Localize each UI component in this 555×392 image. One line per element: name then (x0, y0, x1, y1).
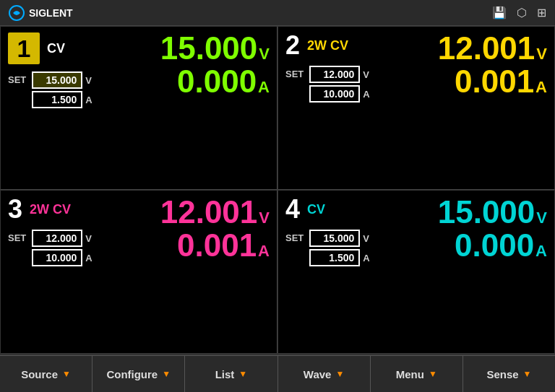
ch2-set-voltage[interactable]: 12.000 (309, 66, 360, 83)
ch4-mode: CV (307, 203, 325, 216)
menu-arrow-icon: ▼ (429, 369, 437, 379)
source-arrow-icon: ▼ (62, 369, 71, 379)
ch4-readout-area: 15.000 V 0.000 A (438, 196, 547, 261)
ch3-current-unit-readout: A (258, 243, 270, 259)
ch2-number: 2 (285, 32, 300, 58)
ch4-number: 4 (285, 196, 300, 222)
logo-area: SIGLENT (9, 5, 73, 21)
ch4-voltage-unit-readout: V (536, 210, 547, 226)
ch3-number: 3 (8, 196, 22, 222)
ch1-set-current[interactable]: 1.500 (32, 91, 82, 108)
ch3-current-value: 0.001 (177, 230, 257, 261)
ch1-set-inputs: 15.000 V 1.500 A (32, 71, 92, 108)
ch1-current-unit-readout: A (258, 79, 270, 95)
list-button[interactable]: List ▼ (185, 356, 278, 392)
ch1-set-voltage[interactable]: 15.000 (32, 71, 82, 89)
ch2-voltage-value: 12.001 (438, 32, 535, 64)
ch4-set-label: SET (285, 232, 304, 243)
wave-button[interactable]: Wave ▼ (278, 356, 371, 392)
ch2-current-readout-row: 0.001 A (455, 66, 547, 97)
ch4-current-unit: A (363, 253, 369, 263)
ch4-voltage-readout-row: 15.000 V (438, 196, 547, 228)
main-content: 1 CV SET 15.000 V 1.500 A 15.000 V (0, 26, 555, 355)
toolbar: Source ▼ Configure ▼ List ▼ Wave ▼ Menu … (0, 355, 555, 392)
ch4-current-value: 0.000 (455, 230, 534, 261)
source-button[interactable]: Source ▼ (0, 356, 92, 392)
ch2-mode: 2W CV (307, 39, 348, 52)
ch3-current-unit: A (85, 253, 92, 263)
ch3-voltage-unit-readout: V (259, 210, 270, 226)
ch2-current-field: 10.000 A (309, 85, 369, 103)
ch3-set-label: SET (8, 232, 26, 243)
ch4-set-current[interactable]: 1.500 (309, 249, 360, 266)
menu-label: Menu (396, 368, 424, 380)
ch3-voltage-value: 12.001 (160, 196, 258, 228)
sense-button[interactable]: Sense ▼ (463, 356, 555, 392)
ch2-set-current[interactable]: 10.000 (309, 85, 360, 103)
siglent-logo-icon (9, 5, 25, 21)
ch2-set-label: SET (285, 69, 304, 79)
channel-1-panel: 1 CV SET 15.000 V 1.500 A 15.000 V (0, 26, 278, 190)
ch3-set-voltage[interactable]: 12.000 (32, 230, 82, 247)
ch3-voltage-field: 12.000 V (32, 230, 92, 247)
channel-2-panel: 2 2W CV SET 12.000 V 10.000 A 12.001 V (278, 26, 555, 190)
menu-button[interactable]: Menu ▼ (371, 356, 463, 392)
ch3-readout-area: 12.001 V 0.001 A (160, 196, 270, 261)
ch2-voltage-readout-row: 12.001 V (438, 32, 547, 64)
ch2-set-inputs: 12.000 V 10.000 A (309, 66, 369, 103)
wave-label: Wave (304, 368, 332, 380)
list-label: List (215, 368, 235, 380)
ch1-voltage-readout-row: 15.000 V (160, 32, 270, 64)
ch3-current-readout-row: 0.001 A (177, 230, 270, 261)
ch1-current-field: 1.500 A (32, 91, 92, 108)
ch4-voltage-field: 15.000 V (309, 230, 369, 247)
ch1-readout-area: 15.000 V 0.000 A (160, 32, 270, 97)
ch4-set-voltage[interactable]: 15.000 (309, 230, 360, 247)
ch3-set-inputs: 12.000 V 10.000 A (32, 230, 92, 266)
network-icon: ⊞ (537, 6, 546, 19)
channel-4-panel: 4 CV SET 15.000 V 1.500 A 15.000 V (278, 190, 555, 354)
save-icon: 💾 (492, 6, 507, 19)
ch3-mode: 2W CV (30, 203, 71, 216)
configure-button[interactable]: Configure ▼ (92, 356, 185, 392)
ch4-voltage-value: 15.000 (438, 196, 535, 228)
ch2-voltage-unit: V (363, 69, 369, 80)
ch4-current-readout-row: 0.000 A (455, 230, 547, 261)
ch2-readout-area: 12.001 V 0.001 A (438, 32, 547, 97)
ch4-voltage-unit: V (363, 233, 369, 244)
ch4-current-unit-readout: A (535, 243, 547, 259)
brand-name: SIGLENT (29, 7, 73, 19)
ch1-current-value: 0.000 (177, 66, 257, 97)
wave-arrow-icon: ▼ (335, 369, 344, 379)
ch2-voltage-field: 12.000 V (309, 66, 369, 83)
ch1-set-label: SET (8, 74, 26, 85)
ch1-voltage-value: 15.000 (160, 32, 258, 64)
ch2-current-unit: A (363, 89, 369, 100)
ch1-voltage-field: 15.000 V (32, 71, 92, 89)
sense-arrow-icon: ▼ (523, 369, 532, 379)
ch1-current-unit: A (85, 95, 92, 105)
ch3-voltage-unit: V (85, 233, 92, 244)
sense-label: Sense (486, 368, 518, 380)
ch2-current-value: 0.001 (455, 66, 534, 97)
header-icons: 💾 ⬡ ⊞ (492, 6, 546, 19)
ch3-set-current[interactable]: 10.000 (32, 249, 82, 266)
channel-3-panel: 3 2W CV SET 12.000 V 10.000 A 12.001 V (0, 190, 278, 354)
ch1-voltage-unit: V (85, 75, 92, 86)
configure-label: Configure (106, 368, 158, 380)
ch2-voltage-unit-readout: V (536, 46, 547, 62)
usb-icon: ⬡ (517, 6, 527, 19)
ch4-set-inputs: 15.000 V 1.500 A (309, 230, 369, 266)
ch4-current-field: 1.500 A (309, 249, 369, 266)
ch2-current-unit-readout: A (535, 79, 547, 95)
list-arrow-icon: ▼ (238, 369, 247, 379)
configure-arrow-icon: ▼ (162, 369, 171, 379)
source-label: Source (21, 368, 58, 380)
ch3-current-field: 10.000 A (32, 249, 92, 266)
ch1-number-box: 1 (8, 32, 40, 64)
ch1-voltage-unit-readout: V (259, 46, 270, 62)
ch1-current-readout-row: 0.000 A (177, 66, 270, 97)
header: SIGLENT 💾 ⬡ ⊞ (0, 0, 555, 26)
ch3-voltage-readout-row: 12.001 V (160, 196, 270, 228)
ch1-mode: CV (47, 42, 65, 55)
